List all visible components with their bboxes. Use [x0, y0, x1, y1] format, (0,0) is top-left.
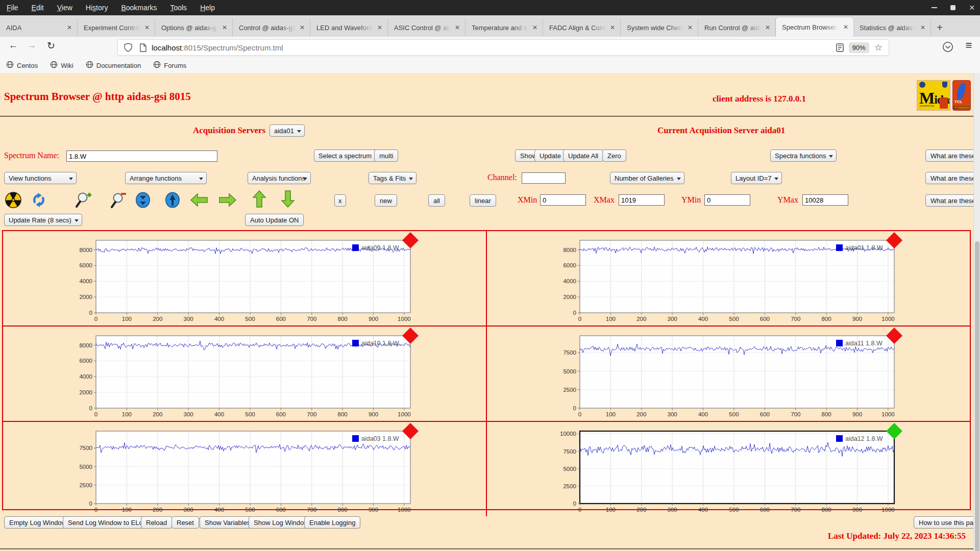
send-log-window-to-elog-button[interactable]: Send Log Window to ELog: [63, 516, 152, 529]
channel-input[interactable]: [522, 172, 566, 184]
layout-id-select[interactable]: Layout ID=7: [731, 172, 782, 184]
menu-history[interactable]: History: [79, 4, 115, 12]
update-button[interactable]: Update: [534, 149, 566, 162]
tab-run-control-aida[interactable]: Run Control @ aida✕: [698, 18, 776, 37]
tab-close-icon[interactable]: ✕: [841, 22, 850, 32]
multi-button[interactable]: multi: [374, 149, 398, 162]
tags-fits-select[interactable]: Tags & Fits: [369, 172, 416, 184]
tab-system-wide-check[interactable]: System wide Check✕: [621, 18, 698, 37]
maximize-icon[interactable]: [950, 5, 955, 10]
arrow-up-icon[interactable]: [250, 190, 268, 208]
update-all-button[interactable]: Update All: [563, 149, 603, 162]
arrow-left-icon[interactable]: [190, 191, 208, 209]
tab-close-icon[interactable]: ✕: [608, 23, 617, 32]
tab-aida[interactable]: AIDA✕: [0, 18, 78, 37]
bookmark-wiki[interactable]: Wiki: [44, 61, 80, 70]
what-are-these-button-3[interactable]: What are these?: [925, 194, 980, 207]
forward-icon[interactable]: →: [24, 40, 39, 51]
spectrum-plot-aida11[interactable]: 0100200300400500600700800900100002500500…: [487, 327, 970, 419]
tab-options-aidas-g[interactable]: Options @ aidas-g✕: [155, 18, 233, 37]
menu-help[interactable]: Help: [193, 4, 222, 12]
xmax-input[interactable]: [619, 194, 665, 206]
view-functions-select[interactable]: View functions: [4, 172, 77, 184]
spectrum-name-input[interactable]: [66, 151, 217, 162]
bookmark-centos[interactable]: Centos: [0, 61, 44, 70]
pocket-icon[interactable]: [942, 41, 953, 53]
tab-spectrum-browser[interactable]: Spectrum Browser✕: [776, 17, 853, 37]
page-scrollbar[interactable]: [973, 73, 980, 551]
tab-asic-control-aid[interactable]: ASIC Control @ aid✕: [388, 18, 465, 37]
gallery-cell-aida12[interactable]: 0100200300400500600700800900100002500500…: [486, 421, 970, 516]
reload-icon[interactable]: ↻: [44, 40, 58, 52]
bookmark-forums[interactable]: Forums: [147, 61, 192, 70]
spectra-functions-select[interactable]: Spectra functions: [770, 149, 837, 162]
how-to-use-button[interactable]: How to use this page: [914, 516, 980, 529]
gallery-cell-aida10[interactable]: 0100200300400500600700800900100002000400…: [3, 325, 486, 421]
auto-update-button[interactable]: Auto Update ON: [245, 214, 304, 226]
arrow-right-icon[interactable]: [218, 191, 237, 209]
select-a-spectrum-select[interactable]: Select a spectrum: [314, 149, 382, 162]
xmin-input[interactable]: [540, 194, 586, 206]
ymin-input[interactable]: [704, 194, 750, 206]
arrow-down-icon[interactable]: [279, 190, 297, 208]
reader-mode-icon[interactable]: [836, 43, 844, 52]
tab-experiment-control[interactable]: Experiment Control✕: [78, 18, 155, 37]
tab-control-aidas-gs[interactable]: Control @ aidas-gs✕: [233, 18, 310, 37]
new-tab-button[interactable]: +: [931, 18, 948, 37]
tab-statistics-aidas-g[interactable]: Statistics @ aidas-g✕: [853, 18, 931, 37]
what-are-these-button-2[interactable]: What are these?: [925, 172, 980, 184]
spectrum-plot-aida03[interactable]: 0100200300400500600700800900100002500500…: [3, 422, 486, 514]
new-button[interactable]: new: [375, 194, 397, 207]
shield-icon[interactable]: [124, 43, 132, 52]
reload-button[interactable]: Reload: [141, 516, 172, 529]
analysis-functions-select[interactable]: Analysis functions: [248, 172, 311, 184]
tab-close-icon[interactable]: ✕: [65, 23, 74, 32]
hamburger-menu-icon[interactable]: ≡: [962, 39, 976, 52]
ymax-input[interactable]: [802, 194, 848, 206]
gallery-cell-aida11[interactable]: 0100200300400500600700800900100002500500…: [486, 325, 970, 421]
update-rate-select[interactable]: Update Rate (8 secs): [4, 214, 82, 226]
tab-close-icon[interactable]: ✕: [685, 23, 695, 32]
menu-bookmarks[interactable]: Bookmarks: [114, 4, 163, 12]
page-icon[interactable]: [139, 43, 146, 52]
spectrum-plot-aida12[interactable]: 0100200300400500600700800900100002500500…: [487, 422, 970, 514]
menu-file[interactable]: File: [0, 4, 25, 12]
tab-led-and-waveform[interactable]: LED and Waveform✕: [310, 18, 388, 37]
tab-close-icon[interactable]: ✕: [375, 23, 384, 32]
spectrum-plot-aida10[interactable]: 0100200300400500600700800900100002000400…: [3, 327, 486, 419]
what-are-these-button-1[interactable]: What are these?: [925, 149, 980, 162]
expand-y-icon[interactable]: [163, 191, 182, 209]
zoom-level-badge[interactable]: 90%: [849, 42, 869, 53]
acquisition-server-select[interactable]: aida01: [270, 124, 305, 137]
zero-button[interactable]: Zero: [602, 149, 626, 162]
collapse-y-icon[interactable]: [134, 191, 152, 209]
tab-fadc-align-cont[interactable]: FADC Align & Cont✕: [543, 18, 621, 37]
tab-close-icon[interactable]: ✕: [298, 23, 307, 32]
empty-log-window-button[interactable]: Empty Log Window: [4, 516, 71, 529]
tab-close-icon[interactable]: ✕: [220, 23, 229, 32]
tab-close-icon[interactable]: ✕: [142, 23, 152, 32]
menu-edit[interactable]: Edit: [25, 4, 51, 12]
tab-close-icon[interactable]: ✕: [453, 23, 462, 32]
tab-close-icon[interactable]: ✕: [530, 23, 540, 32]
number-of-galleries-select[interactable]: Number of Galleries: [610, 172, 684, 184]
close-icon[interactable]: ✕: [969, 4, 975, 11]
url-bar[interactable]: localhost:8015/Spectrum/Spectrum.tml 90%…: [117, 39, 889, 56]
zoom-in-icon[interactable]: [75, 191, 93, 209]
bookmark-documentation[interactable]: Documentation: [80, 61, 147, 70]
gallery-cell-aida03[interactable]: 0100200300400500600700800900100002500500…: [3, 421, 486, 516]
all-button[interactable]: all: [428, 194, 445, 207]
minimize-icon[interactable]: [932, 7, 937, 8]
menu-view[interactable]: View: [51, 4, 79, 12]
menu-tools[interactable]: Tools: [163, 4, 193, 12]
scrollbar-thumb[interactable]: [975, 241, 979, 551]
gallery-cell-aida01[interactable]: 0100200300400500600700800900100002000400…: [486, 231, 970, 325]
tab-close-icon[interactable]: ✕: [918, 23, 927, 32]
spectrum-plot-aida09[interactable]: 0100200300400500600700800900100002000400…: [3, 231, 486, 323]
linear-button[interactable]: linear: [470, 194, 496, 207]
reset-button[interactable]: Reset: [172, 516, 199, 529]
bookmark-star-icon[interactable]: ☆: [874, 42, 883, 53]
show-variables-button[interactable]: Show Variables: [200, 516, 255, 529]
enable-logging-button[interactable]: Enable Logging: [304, 516, 360, 529]
tab-temperature-and-s[interactable]: Temperature and s✕: [465, 18, 543, 37]
